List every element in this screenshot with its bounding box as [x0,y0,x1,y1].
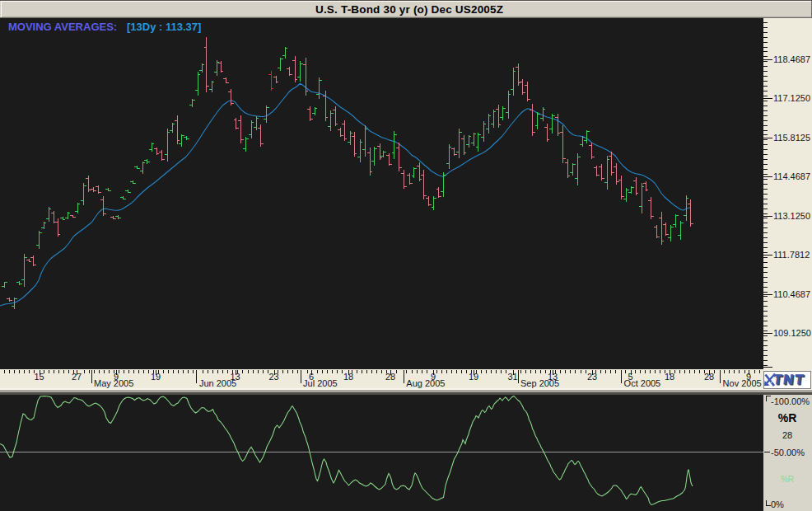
svg-text:Oct 2005: Oct 2005 [624,378,661,388]
svg-text:28: 28 [782,430,792,440]
svg-text:Jun 2005: Jun 2005 [199,378,236,388]
svg-text:118.4687: 118.4687 [773,54,810,64]
svg-text:15: 15 [34,372,44,382]
svg-text:[13Dy : 113.37]: [13Dy : 113.37] [127,21,201,33]
svg-text:0%: 0% [771,499,784,509]
svg-text:115.8125: 115.8125 [773,133,810,143]
svg-text:31: 31 [507,372,517,382]
svg-text:Sep 2005: Sep 2005 [520,378,559,388]
svg-text:114.4687: 114.4687 [773,171,810,181]
svg-text:TNT: TNT [772,372,805,387]
svg-text:-50.00%: -50.00% [771,448,805,457]
svg-text:110.4687: 110.4687 [773,289,810,299]
svg-text:109.1250: 109.1250 [773,328,811,338]
svg-text:Nov 2005: Nov 2005 [723,378,762,388]
svg-text:23: 23 [587,372,597,382]
svg-text:117.1250: 117.1250 [773,93,810,103]
svg-text:%R: %R [778,411,797,424]
svg-text:28: 28 [385,372,395,382]
svg-text:May 2005: May 2005 [94,378,133,388]
svg-text:23: 23 [268,372,278,382]
svg-text:Aug 2005: Aug 2005 [406,378,445,388]
svg-text:18: 18 [665,372,674,382]
svg-text:MOVING AVERAGES:: MOVING AVERAGES: [8,21,117,33]
svg-text:113.1250: 113.1250 [773,211,810,221]
svg-text:19: 19 [151,372,161,382]
svg-text:Jul 2005: Jul 2005 [303,378,338,388]
svg-text:27: 27 [72,372,82,382]
svg-text:18: 18 [343,372,353,382]
svg-text:111.7812: 111.7812 [773,250,810,260]
svg-text:19: 19 [469,372,478,382]
svg-text:-100.00%: -100.00% [771,396,810,406]
svg-text:%R: %R [781,475,794,484]
svg-text:28: 28 [704,372,714,382]
svg-text:U.S. T-Bond 30 yr (o) Dec US20: U.S. T-Bond 30 yr (o) Dec US2005Z [315,3,503,16]
